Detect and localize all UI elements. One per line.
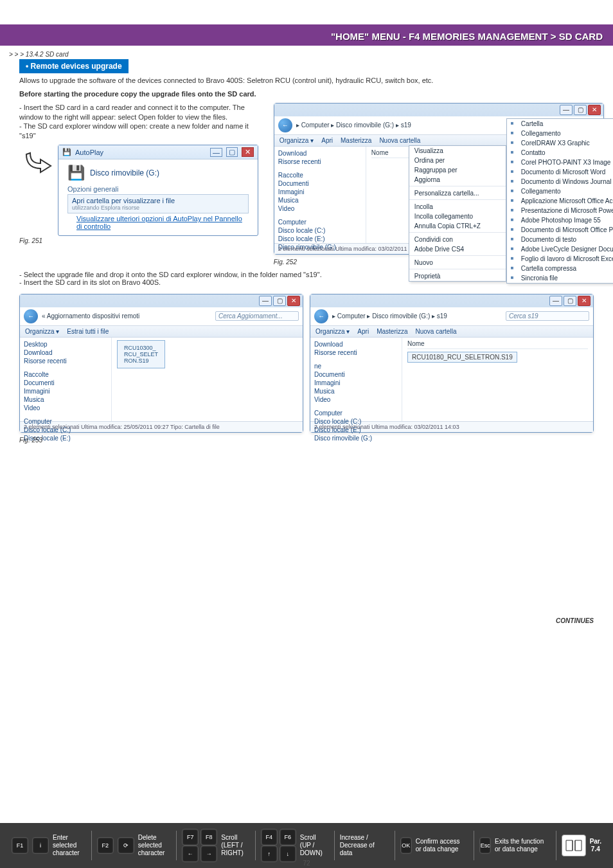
key-f7[interactable]: F7 (182, 829, 199, 845)
back-button[interactable]: ← (314, 309, 328, 323)
continues-label: CONTINUES (556, 617, 594, 624)
fig251-caption: Fig. 251 (19, 236, 269, 248)
nav-pane[interactable]: DownloadRisorse recentiRaccolteDocumenti… (274, 147, 366, 243)
autoplay-more-link[interactable]: Visualizzare ulteriori opzioni di AutoPl… (76, 215, 249, 230)
search-input[interactable]: Cerca s19 (506, 311, 589, 321)
page-number: 72 (0, 860, 613, 867)
drive-big-icon: 💾 (67, 165, 85, 181)
bold-before: Before starting the procedure copy the u… (0, 87, 613, 100)
path-breadcrumb[interactable]: « Aggiornamento dispositivi remoti (42, 312, 211, 320)
explorer-window-253b: —▢✕ ← ▸ Computer ▸ Disco rimovibile (G:)… (310, 294, 594, 433)
key-undo[interactable]: ⟳ (118, 837, 134, 854)
max-button[interactable]: ▢ (226, 147, 238, 157)
key-ok[interactable]: OK (400, 837, 412, 854)
manual-icon (562, 835, 586, 856)
min-button[interactable]: — (210, 148, 222, 157)
path-breadcrumb[interactable]: ▸ Computer ▸ Disco rimovibile (G:) ▸ s19 (332, 312, 502, 320)
key-esc[interactable]: Esc (479, 837, 491, 854)
steps-left: - Insert the SD card in a card reader an… (19, 100, 269, 142)
new-submenu[interactable]: CartellaCollegamentoCorelDRAW X3 Graphic… (506, 118, 613, 284)
key-f2[interactable]: F2 (97, 837, 114, 854)
drive-icon: 💾 (62, 148, 71, 156)
search-input[interactable]: Cerca Aggiornament... (215, 311, 299, 321)
arrow-icon (19, 145, 54, 179)
close-button[interactable]: ✕ (588, 105, 601, 115)
title-band: "HOME" MENU - F4 MEMORIES MANAGEMENT > S… (0, 27, 613, 46)
intro-text: Allows to upgrade the software of the de… (0, 73, 613, 87)
open-folder-option[interactable]: Apri cartella per visualizzare i file (72, 197, 244, 204)
key-f1[interactable]: F1 (12, 837, 28, 854)
path-breadcrumb[interactable]: ▸ Computer ▸ Disco rimovibile (G:) ▸ s19 (296, 122, 512, 129)
max-button[interactable]: ▢ (574, 105, 587, 115)
nav-pane[interactable]: DownloadRisorse recentineDocumentiImmagi… (310, 338, 402, 421)
back-button[interactable]: ← (278, 118, 292, 132)
key-info[interactable]: i (32, 837, 49, 854)
key-f8[interactable]: F8 (200, 829, 217, 845)
min-button[interactable]: — (560, 105, 573, 115)
file-item[interactable]: RCU10180_RCU_SELETRON.S19 (407, 352, 517, 363)
key-f4[interactable]: F4 (261, 829, 278, 845)
file-item[interactable]: RCU10300_ RCU_SELET RON.S19 (117, 340, 165, 368)
back-button[interactable]: ← (24, 309, 38, 323)
autoplay-window: 💾 AutoPlay — ▢ ✕ 💾 Disco rimovibile (G:)… (58, 145, 258, 236)
nav-pane[interactable]: DesktopDownloadRisorse recentiRaccolteDo… (20, 338, 112, 421)
breadcrumb: > > > 13.4.2 SD card (0, 46, 613, 59)
section-tag: • Remote devices upgrade (19, 59, 129, 73)
explorer-window-253a: —▢✕ ← « Aggiornamento dispositivi remoti… (19, 294, 303, 433)
context-menu[interactable]: VisualizzaOrdina perRaggruppa perAggiorn… (409, 145, 506, 282)
close-button[interactable]: ✕ (242, 147, 254, 157)
key-f6[interactable]: F6 (280, 829, 296, 845)
